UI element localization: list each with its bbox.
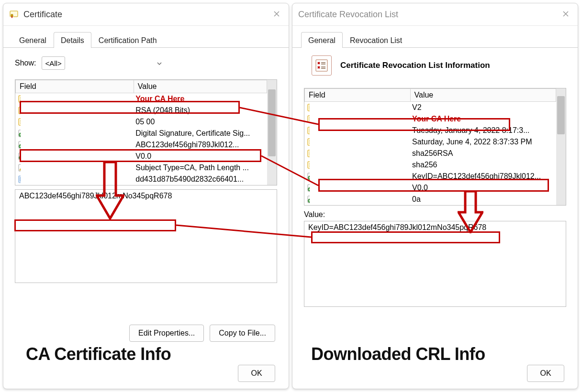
crl-heading: Certificate Revocation List Information	[340, 61, 490, 70]
value-cell: Saturday, June 4, 2022 8:37:33 PM	[410, 136, 556, 148]
ok-button[interactable]: OK	[527, 365, 564, 382]
show-label: Show:	[15, 59, 36, 67]
table-row[interactable]: Public key parameters05 00	[16, 116, 267, 128]
thumb-icon	[18, 174, 21, 184]
ok-button[interactable]: OK	[238, 365, 275, 382]
prop-icon	[307, 149, 310, 158]
field-cell: CRL Number	[305, 194, 310, 205]
table-row[interactable]: Effective dateTuesday, January 4, 2022 8…	[305, 125, 556, 136]
caption-right: Downloaded CRL Info	[311, 344, 485, 364]
table-row[interactable]: VersionV2	[305, 102, 556, 114]
table-row[interactable]: Signature hash alg...sha256	[305, 159, 556, 171]
table-row[interactable]: SubjectYour CA Here	[16, 93, 267, 105]
value-cell: sha256	[410, 159, 556, 171]
table-row[interactable]: CA VersionV0.0	[16, 151, 267, 162]
value-cell: RSA (2048 Bits)	[134, 105, 267, 116]
col-field[interactable]: Field	[16, 80, 134, 93]
caption-left: CA Certificate Info	[26, 344, 171, 364]
table-row[interactable]: Thumbprintdd431d87b5490d2832c66401...	[16, 174, 267, 185]
warn-icon	[18, 163, 21, 173]
ext-icon	[18, 129, 21, 138]
chevron-down-icon	[157, 60, 162, 68]
col-value[interactable]: Value	[134, 80, 267, 93]
field-cell: Signature hash alg...	[305, 159, 310, 171]
table-row[interactable]: CA VersionV0.0	[305, 182, 556, 194]
table-row[interactable]: Public keyRSA (2048 Bits)	[16, 105, 267, 116]
ext-icon	[18, 152, 21, 161]
scrollbar[interactable]	[556, 88, 566, 205]
value-cell: Your CA Here	[410, 113, 556, 125]
table-row[interactable]: Signature algorithmsha256RSA	[305, 148, 556, 159]
field-cell: Public key	[16, 105, 21, 116]
table-row[interactable]: Basic ConstraintsSubject Type=CA, Path L…	[16, 162, 267, 174]
svg-rect-25	[20, 177, 21, 181]
tab-general[interactable]: General	[301, 32, 343, 48]
ext-i-icon	[18, 140, 21, 150]
value-cell: ABC123def456ghi789Jkl012...	[134, 139, 267, 151]
field-cell: Next update	[305, 136, 310, 148]
value-cell: Your CA Here	[134, 93, 267, 105]
tab-details[interactable]: Details	[54, 32, 91, 48]
prop-icon	[18, 117, 21, 127]
field-cell: Subject	[16, 93, 21, 105]
crl-dialog: Certificate Revocation List General Revo…	[292, 3, 578, 389]
field-cell: Public key parameters	[16, 116, 21, 128]
tab-certification-path[interactable]: Certification Path	[91, 32, 164, 48]
prop-icon	[307, 160, 310, 170]
close-button[interactable]	[269, 8, 284, 20]
value-box[interactable]: KeyID=ABC123def456ghi789Jkl012mNo345pqR6…	[304, 221, 566, 307]
value-box[interactable]: ABC123def456ghi789Jkl012mNo345pqR678	[15, 189, 277, 283]
field-cell: Authority Key Iden...	[305, 171, 310, 182]
prop-icon	[307, 126, 310, 135]
details-grid[interactable]: Field Value SubjectYour CA HerePublic ke…	[15, 79, 277, 185]
tabstrip: General Revocation List	[292, 26, 578, 48]
field-cell: Basic Constraints	[16, 162, 21, 174]
scrollbar[interactable]	[267, 80, 277, 185]
col-field[interactable]: Field	[305, 89, 411, 102]
edit-properties-button[interactable]: Edit Properties...	[129, 325, 204, 342]
value-cell: V0.0	[134, 151, 267, 162]
copy-to-file-button[interactable]: Copy to File...	[210, 325, 275, 342]
table-row[interactable]: Key UsageDigital Signature, Certificate …	[16, 128, 267, 139]
field-cell: CA Version	[16, 151, 21, 162]
tab-general[interactable]: General	[12, 32, 54, 48]
show-select[interactable]: <All>	[42, 56, 65, 70]
table-row[interactable]: IssuerYour CA Here	[305, 113, 556, 125]
value-cell: 05 00	[134, 116, 267, 128]
col-value[interactable]: Value	[410, 89, 556, 102]
ext-icon	[307, 172, 310, 181]
titlebar: Certificate	[3, 3, 289, 26]
title-text: Certificate Revocation List	[298, 10, 398, 20]
table-row[interactable]: CRL Number0a	[305, 194, 556, 205]
ext-icon	[307, 183, 310, 193]
crl-icon	[312, 55, 332, 76]
value-cell: Tuesday, January 4, 2022 8:17:3...	[410, 125, 556, 136]
tab-revocation-list[interactable]: Revocation List	[343, 32, 409, 48]
field-cell: CA Version	[305, 182, 310, 194]
table-row[interactable]: Next updateSaturday, June 4, 2022 8:37:3…	[305, 136, 556, 148]
table-row[interactable]: Authority Key Iden...KeyID=ABC123def456g…	[305, 171, 556, 182]
value-cell: 0a	[410, 194, 556, 205]
value-cell: KeyID=ABC123def456ghi789Jkl012...	[410, 171, 556, 182]
field-cell: Subject Key Identifier	[16, 139, 21, 151]
field-cell: Issuer	[305, 113, 310, 125]
crl-grid[interactable]: Field Value VersionV2IssuerYour CA HereE…	[304, 88, 566, 206]
value-cell: Subject Type=CA, Path Length ...	[134, 162, 267, 174]
prop-icon	[307, 137, 310, 147]
show-row: Show: <All>	[3, 48, 289, 75]
value-cell: dd431d87b5490d2832c66401...	[134, 174, 267, 185]
value-text: KeyID=ABC123def456ghi789Jkl012mNo345pqR6…	[308, 223, 486, 231]
close-button[interactable]	[559, 8, 573, 20]
prop-icon	[18, 106, 21, 115]
value-label: Value:	[304, 210, 566, 219]
titlebar: Certificate Revocation List	[292, 3, 578, 26]
value-cell: sha256RSA	[410, 148, 556, 159]
svg-rect-26	[316, 60, 327, 71]
button-row: Edit Properties... Copy to File...	[129, 325, 275, 342]
value-text: ABC123def456ghi789Jkl012mNo345pqR678	[19, 192, 172, 200]
table-row[interactable]: Subject Key IdentifierABC123def456ghi789…	[16, 139, 267, 151]
field-cell: Signature algorithm	[305, 148, 310, 159]
crl-header: Certificate Revocation List Information	[292, 48, 578, 79]
title-text: Certificate	[23, 10, 62, 20]
svg-point-1	[11, 14, 13, 16]
